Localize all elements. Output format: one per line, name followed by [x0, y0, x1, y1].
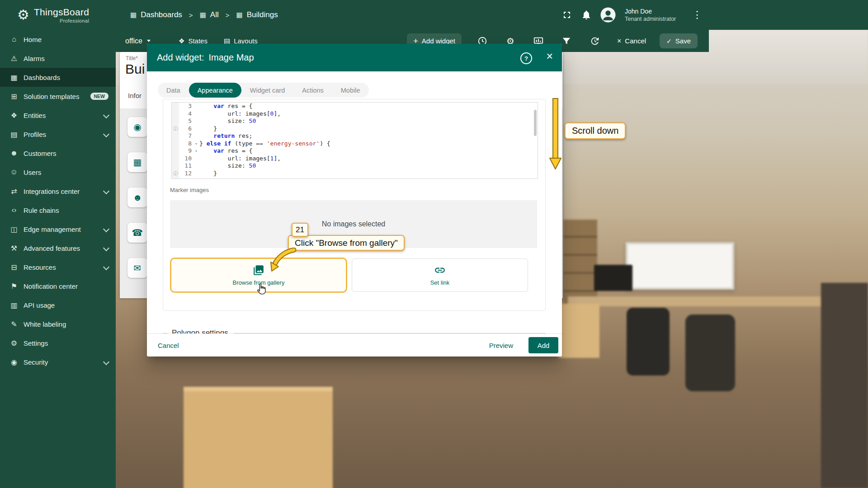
dialog-footer: Cancel Preview Add — [147, 333, 562, 357]
bg-drawer — [559, 304, 599, 358]
scroll-down-tooltip: Scroll down — [565, 122, 626, 139]
line-number: 6 — [179, 125, 193, 133]
code-line-4: 4 url: images[0], — [172, 110, 538, 118]
no-images-text: No images selected — [322, 220, 386, 228]
code-info-icon: ⓘ — [172, 125, 179, 133]
toolbar-cancel-button[interactable]: × Cancel — [614, 37, 649, 46]
user-name: John Doe — [625, 7, 683, 15]
code-fold-gap — [193, 103, 199, 110]
breadcrumb-item-buildings[interactable]: ▦Buildings — [236, 10, 278, 19]
sidebar-item-security[interactable]: ◉Security — [0, 352, 116, 371]
code-line-6: ⓘ6 } — [172, 125, 538, 133]
code-scrollbar[interactable] — [533, 103, 537, 177]
code-fold-icon[interactable]: ▾ — [193, 147, 199, 155]
code-fold-icon[interactable]: ▾ — [193, 140, 199, 148]
tab-appearance[interactable]: Appearance — [189, 83, 241, 98]
chevron-down-icon — [103, 131, 109, 137]
tab-widget-card[interactable]: Widget card — [241, 83, 293, 98]
code-fold-gap — [193, 177, 199, 179]
chevron-down-icon — [103, 359, 109, 365]
sidebar-item-api-usage[interactable]: ▥API usage — [0, 296, 116, 314]
breadcrumb-item-all[interactable]: ▦All — [200, 10, 219, 19]
top-header: ▦Dashboards>▦All>▦Buildings John Doe Ten… — [116, 0, 868, 30]
sidebar-item-entities[interactable]: ❖Entities — [0, 106, 116, 125]
kebab-menu-icon[interactable]: ⋮ — [690, 9, 704, 21]
set-link-button[interactable]: Set link — [352, 258, 528, 292]
image-source-buttons: Browse from gallery Set link — [170, 258, 537, 293]
notifications-bell-icon[interactable] — [580, 9, 592, 21]
sidebar-item-solution-templates[interactable]: ⊞Solution templatesNEW — [0, 87, 116, 106]
markers-section: 3 var res = {4 url: images[0],5 size: 50… — [163, 99, 546, 311]
line-number: 8 — [179, 140, 193, 148]
dialog-preview-button[interactable]: Preview — [486, 341, 516, 350]
sidebar-item-rule-chains[interactable]: ‹›Rule chains — [0, 201, 116, 220]
entity-select[interactable]: office — [125, 37, 151, 45]
users-icon: ☺ — [9, 168, 19, 176]
code-margin — [172, 110, 179, 118]
close-x-icon: × — [617, 37, 621, 45]
sidebar-item-alarms[interactable]: ⚠Alarms — [0, 49, 116, 68]
scrollbar-thumb[interactable] — [534, 110, 537, 136]
app-logo[interactable]: ⚙ ThingsBoard Professional — [0, 0, 116, 30]
code-margin — [172, 177, 179, 179]
integrations-center-icon: ⇄ — [9, 187, 19, 196]
code-line-9: 9▾ var res = { — [172, 147, 538, 155]
home-icon: ⌂ — [9, 35, 19, 43]
line-number: 13 — [179, 177, 193, 179]
version-history-icon[interactable] — [589, 36, 600, 47]
rail-person-icon[interactable]: ☻ — [127, 188, 147, 207]
sidebar-item-resources[interactable]: ⊟Resources — [0, 258, 116, 277]
sidebar-item-profiles[interactable]: ▤Profiles — [0, 125, 116, 144]
code-lines: 3 var res = {4 url: images[0],5 size: 50… — [172, 103, 538, 179]
tab-data[interactable]: Data — [158, 83, 189, 98]
hand-cursor-icon — [256, 283, 268, 296]
new-badge: NEW — [90, 93, 109, 100]
code-line-12: ⓘ12 } — [172, 170, 538, 178]
toolbar-save-button[interactable]: ✓ Save — [660, 33, 698, 48]
fullscreen-icon[interactable] — [561, 9, 573, 21]
sidebar-item-white-labeling[interactable]: ✎White labeling — [0, 314, 116, 333]
dialog-add-button[interactable]: Add — [528, 337, 558, 353]
sidebar-item-home[interactable]: ⌂Home — [0, 30, 116, 49]
sidebar-item-edge-management[interactable]: ◫Edge management — [0, 220, 116, 239]
sidebar-item-dashboards[interactable]: ▦Dashboards — [0, 68, 116, 87]
line-number: 9 — [179, 147, 193, 155]
tab-actions[interactable]: Actions — [293, 83, 332, 98]
breadcrumb-item-dashboards[interactable]: ▦Dashboards — [130, 10, 182, 19]
sidebar-item-integrations-center[interactable]: ⇄Integrations center — [0, 182, 116, 201]
dashboard-title-value[interactable]: Bui — [125, 61, 145, 77]
sidebar-item-advanced-features[interactable]: ⚒Advanced features — [0, 239, 116, 258]
line-number: 4 — [179, 110, 193, 118]
dialog-cancel-button[interactable]: Cancel — [155, 341, 182, 350]
close-icon[interactable]: × — [546, 51, 553, 62]
tab-mobile[interactable]: Mobile — [332, 83, 369, 98]
breadcrumb-separator: > — [226, 11, 230, 19]
customers-icon: ☻ — [9, 149, 19, 157]
rule-chains-icon: ‹› — [9, 206, 19, 214]
sidebar-item-settings[interactable]: ⚙Settings — [0, 333, 116, 352]
rail-phone-icon[interactable]: ☎ — [127, 223, 147, 243]
sidebar-item-notification-center[interactable]: ⚑Notification center — [0, 277, 116, 296]
user-info[interactable]: John Doe Tenant administrator — [625, 7, 683, 23]
edge-management-icon: ◫ — [9, 225, 19, 234]
user-avatar[interactable] — [600, 7, 616, 23]
logo-subtitle: Professional — [34, 18, 89, 23]
chevron-down-icon — [103, 112, 109, 118]
filter-icon[interactable] — [561, 36, 572, 47]
breadcrumb-separator: > — [189, 11, 193, 19]
marker-images-label: Marker images — [170, 187, 209, 193]
rail-widgets-icon[interactable]: ▦ — [127, 152, 147, 172]
sidebar-item-users[interactable]: ☺Users — [0, 163, 116, 182]
dialog-widget-name: Image Map — [209, 52, 254, 63]
sidebar-item-customers[interactable]: ☻Customers — [0, 144, 116, 163]
help-icon[interactable]: ? — [520, 52, 532, 64]
code-line-10: 10 url: images[1], — [172, 155, 538, 163]
code-editor[interactable]: 3 var res = {4 url: images[0],5 size: 50… — [171, 102, 538, 179]
dialog-title: Add widget: — [157, 52, 204, 63]
rail-mail-icon[interactable]: ✉ — [127, 258, 147, 278]
rail-location-icon[interactable]: ◉ — [127, 117, 147, 137]
resources-icon: ⊟ — [9, 263, 19, 272]
panel-tab-information[interactable]: Infor — [128, 92, 142, 99]
chevron-down-icon — [103, 245, 109, 251]
dashboards-grid-icon: ▦ — [200, 11, 206, 19]
